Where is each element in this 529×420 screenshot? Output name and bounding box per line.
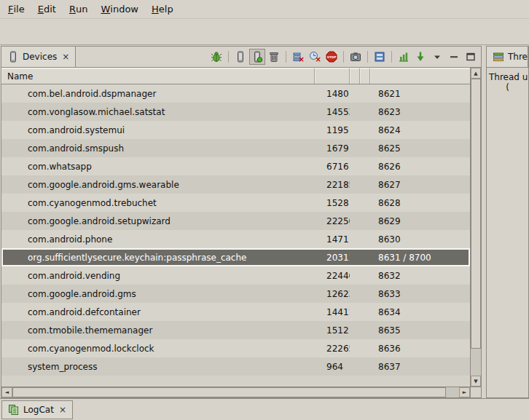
device-table-columns: Name com.bel.android.dspmanager14808621c… <box>1 68 470 387</box>
process-port: 8627 <box>370 180 470 190</box>
process-port: 8635 <box>370 325 470 336</box>
table-row[interactable]: com.google.android.gms126238633 <box>1 285 470 303</box>
menu-edit[interactable]: Edit <box>31 0 63 18</box>
toolbar-separator <box>228 51 229 63</box>
process-pid: 22440 <box>315 271 350 281</box>
close-icon[interactable]: × <box>59 405 66 415</box>
table-row[interactable]: org.sufficientlysecure.keychain:passphra… <box>1 248 470 266</box>
process-port: 8624 <box>370 125 470 135</box>
menu-file[interactable]: File <box>1 0 31 18</box>
process-name: com.vonglasow.michael.satstat <box>1 107 315 117</box>
process-name: com.cyanogenmod.trebuchet <box>1 198 315 208</box>
process-pid: 22250 <box>315 216 350 226</box>
column-header-port[interactable] <box>370 68 470 84</box>
column-header-pid[interactable] <box>315 68 350 84</box>
update-heap-icon[interactable] <box>232 49 248 65</box>
tab-logcat-label: LogCat <box>23 405 54 415</box>
threads-message-line2: ( <box>487 82 528 92</box>
process-name: com.google.android.gms <box>1 289 315 299</box>
column-header-empty-1[interactable] <box>350 68 360 84</box>
table-row[interactable]: com.vonglasow.michael.satstat145538623 <box>1 103 470 121</box>
table-row[interactable]: com.cyanogenmod.trebuchet15288628 <box>1 194 470 212</box>
process-port: 8625 <box>370 143 470 154</box>
update-threads-icon[interactable]: × <box>290 49 306 65</box>
table-row[interactable]: com.android.defcontainer144118634 <box>1 303 470 321</box>
process-port: 8637 <box>370 362 470 372</box>
dump-hprof-icon[interactable] <box>249 49 265 65</box>
vertical-scroll-track[interactable] <box>471 79 481 376</box>
process-pid: 14411 <box>315 307 350 317</box>
process-pid: 964 <box>315 362 350 372</box>
device-table: Name com.bel.android.dspmanager14808621c… <box>1 68 481 387</box>
menu-window[interactable]: Window <box>94 0 145 18</box>
process-pid: 6716 <box>315 162 350 172</box>
process-pid: 1480 <box>315 89 350 99</box>
tab-devices-label: Devices <box>23 52 57 62</box>
toolbar-separator <box>343 51 344 63</box>
process-name: com.google.android.setupwizard <box>1 216 315 226</box>
vertical-scroll-thumb[interactable] <box>471 79 481 349</box>
horizontal-scroll-track[interactable] <box>12 387 459 397</box>
horizontal-scrollbar[interactable]: ◄ ► <box>1 387 481 397</box>
menu-help[interactable]: Help <box>145 0 180 18</box>
process-pid: 1195 <box>315 125 350 135</box>
scroll-left-icon[interactable]: ◄ <box>1 387 12 397</box>
stop-method-profiling-icon[interactable]: × <box>307 49 323 65</box>
table-row[interactable]: com.google.android.gms.wearable221858627 <box>1 175 470 194</box>
process-name: com.cyanogenmod.lockclock <box>1 344 315 354</box>
table-row[interactable]: com.bel.android.dspmanager14808621 <box>1 84 470 103</box>
scroll-right-icon[interactable]: ► <box>459 387 470 397</box>
debug-process-icon[interactable] <box>208 49 224 65</box>
cause-gc-icon[interactable] <box>266 49 282 65</box>
table-row[interactable]: system_process9648637 <box>1 357 470 376</box>
tab-devices[interactable]: Devices × <box>1 47 76 67</box>
table-row[interactable]: com.whatsapp67168626 <box>1 157 470 175</box>
network-stats-icon[interactable] <box>396 49 412 65</box>
view-menu-icon[interactable] <box>429 49 445 65</box>
capture-system-info-icon[interactable] <box>412 49 428 65</box>
tab-threads[interactable]: Threads <box>487 47 528 67</box>
main-area: Devices × ××STOP Name com.bel.android.ds… <box>0 45 529 398</box>
threads-panel-header: Threads <box>487 47 528 68</box>
threads-panel: Threads Thread up ( <box>486 46 529 398</box>
threads-message: Thread up ( <box>487 68 528 397</box>
process-pid: 12623 <box>315 289 350 299</box>
threads-message-line1: Thread up <box>487 72 528 82</box>
process-port: 8621 <box>370 89 470 99</box>
main-toolbar <box>0 19 529 45</box>
process-name: com.android.smspush <box>1 143 315 154</box>
process-port: 8636 <box>370 344 470 354</box>
process-name: com.tmobile.thememanager <box>1 325 315 336</box>
process-port: 8629 <box>370 216 470 226</box>
dump-view-hierarchy-icon[interactable] <box>372 49 388 65</box>
process-port: 8626 <box>370 162 470 172</box>
table-row[interactable]: com.tmobile.thememanager15128635 <box>1 321 470 339</box>
process-name: com.android.phone <box>1 234 315 245</box>
tab-logcat[interactable]: LogCat × <box>1 400 73 419</box>
horizontal-scroll-thumb[interactable] <box>12 387 446 397</box>
screen-capture-icon[interactable] <box>348 49 364 65</box>
devices-toolbar: ××STOP <box>208 47 481 67</box>
stop-process-icon[interactable]: STOP <box>324 49 340 65</box>
process-name: com.android.systemui <box>1 125 315 135</box>
column-header-name[interactable]: Name <box>1 68 315 84</box>
table-row[interactable]: com.android.systemui11958624 <box>1 121 470 139</box>
process-name: system_process <box>1 362 315 372</box>
table-row[interactable]: com.google.android.setupwizard222508629 <box>1 212 470 230</box>
svg-text:×: × <box>298 55 304 63</box>
table-row[interactable]: com.android.smspush16798625 <box>1 139 470 157</box>
process-pid: 1512 <box>315 325 350 336</box>
scroll-up-icon[interactable]: ▲ <box>471 68 481 79</box>
close-icon[interactable]: × <box>62 52 69 62</box>
maximize-icon[interactable] <box>463 49 479 65</box>
table-row[interactable]: com.android.phone14718630 <box>1 230 470 248</box>
vertical-scrollbar[interactable]: ▲ ▼ <box>470 68 481 387</box>
column-header-empty-2[interactable] <box>360 68 370 84</box>
table-row[interactable]: com.cyanogenmod.lockclock222658636 <box>1 339 470 357</box>
scroll-down-icon[interactable]: ▼ <box>471 376 481 387</box>
threads-icon <box>493 51 504 63</box>
minimize-icon[interactable] <box>446 49 462 65</box>
menu-run[interactable]: Run <box>63 0 95 18</box>
table-row[interactable]: com.android.vending224408632 <box>1 266 470 285</box>
process-port: 8632 <box>370 271 470 281</box>
